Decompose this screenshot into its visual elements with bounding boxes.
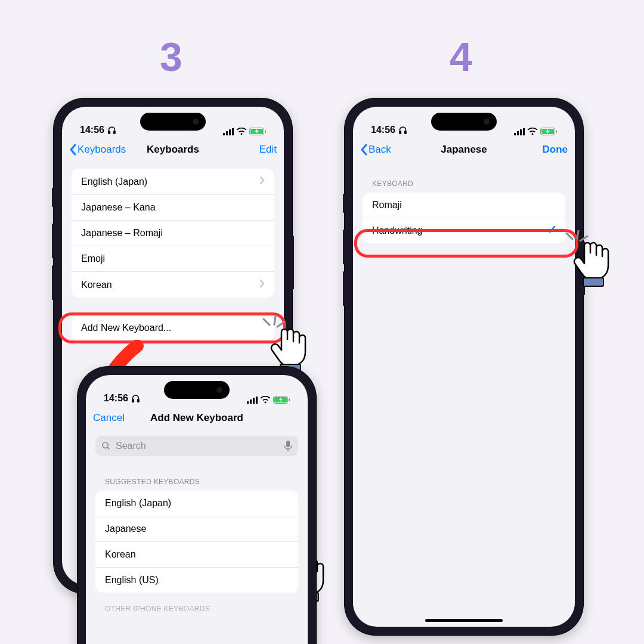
status-time: 14:56: [371, 125, 395, 135]
dynamic-island: [140, 113, 206, 131]
svg-rect-27: [523, 128, 525, 135]
svg-rect-3: [226, 131, 228, 135]
nav-title: Keyboards: [147, 144, 199, 156]
wifi-icon: [260, 396, 271, 404]
battery-charging-icon: [249, 128, 266, 135]
step-number-4: 4: [450, 33, 472, 80]
section-header-keyboard: KEYBOARD: [353, 163, 575, 193]
suggested-keyboards-list: English (Japan)JapaneseKoreanEnglish (US…: [95, 491, 298, 593]
keyboard-row[interactable]: Japanese – Kana: [72, 195, 274, 221]
chevron-right-icon: [259, 176, 265, 187]
svg-rect-9: [132, 399, 134, 401]
row-label: Korean: [81, 280, 112, 290]
variant-row[interactable]: Romaji: [363, 193, 565, 218]
svg-rect-42: [583, 278, 603, 286]
svg-line-19: [107, 447, 109, 449]
edit-button[interactable]: Edit: [259, 144, 277, 156]
home-indicator[interactable]: [425, 619, 503, 622]
svg-line-39: [580, 236, 587, 241]
svg-line-38: [577, 230, 578, 239]
row-label: Korean: [105, 549, 136, 560]
back-button[interactable]: Back: [360, 144, 391, 156]
suggested-row[interactable]: Japanese: [95, 516, 298, 542]
svg-rect-26: [520, 129, 522, 135]
svg-rect-13: [253, 398, 255, 404]
done-button[interactable]: Done: [543, 144, 568, 156]
svg-line-37: [566, 233, 572, 239]
click-spark-icon: [561, 230, 590, 254]
svg-rect-14: [256, 397, 258, 404]
keyboard-row[interactable]: Korean: [72, 272, 274, 298]
battery-charging-icon: [273, 396, 290, 404]
back-button[interactable]: Keyboards: [69, 144, 126, 156]
keyboard-row[interactable]: Japanese – Romaji: [72, 221, 274, 246]
svg-rect-25: [517, 131, 519, 135]
mic-icon[interactable]: [284, 441, 292, 451]
keyboard-list: English (Japan)Japanese – KanaJapanese –…: [72, 169, 274, 298]
svg-rect-20: [286, 441, 290, 447]
row-label: English (US): [105, 575, 159, 586]
dynamic-island: [431, 113, 497, 131]
row-label: English (Japan): [105, 498, 171, 509]
step-number-3: 3: [160, 33, 182, 80]
row-label: Japanese – Romaji: [81, 228, 163, 239]
cellular-icon: [514, 128, 525, 135]
wifi-icon: [527, 128, 538, 135]
phone-step-4: 14:56 Back Japanese Done KEYBOARD Romaji…: [345, 98, 583, 635]
svg-rect-30: [556, 130, 557, 133]
headphones-icon: [131, 394, 140, 403]
cancel-button[interactable]: Cancel: [93, 412, 125, 424]
svg-rect-11: [247, 401, 249, 404]
suggested-row[interactable]: Korean: [95, 542, 298, 568]
svg-line-31: [264, 319, 270, 325]
click-spark-icon: [258, 316, 287, 340]
svg-line-32: [274, 316, 275, 324]
svg-rect-4: [229, 129, 231, 135]
chevron-right-icon: [259, 279, 265, 290]
search-icon: [101, 441, 111, 451]
chevron-left-icon: [69, 144, 76, 156]
add-keyboard-list: Add New Keyboard...: [72, 315, 274, 340]
section-header-other: OTHER IPHONE KEYBOARDS: [86, 593, 308, 618]
suggested-row[interactable]: English (US): [95, 568, 298, 593]
svg-rect-8: [265, 130, 266, 133]
keyboard-row[interactable]: English (Japan): [72, 169, 274, 195]
svg-rect-12: [250, 400, 252, 404]
battery-charging-icon: [540, 128, 557, 135]
headphones-icon: [107, 126, 116, 135]
add-new-keyboard-button[interactable]: Add New Keyboard...: [72, 315, 274, 340]
svg-rect-17: [289, 398, 290, 401]
svg-rect-1: [114, 131, 116, 133]
row-label: Emoji: [81, 253, 105, 264]
nav-bar: Cancel Add New Keyboard: [86, 405, 308, 431]
phone-step-3b: 14:56 Cancel Add New Keyboard Search SUG…: [78, 367, 316, 644]
keyboard-row[interactable]: Emoji: [72, 246, 274, 272]
nav-title: Add New Keyboard: [150, 412, 243, 424]
row-label: Handwriting: [372, 225, 422, 236]
row-label: Romaji: [372, 200, 402, 210]
search-placeholder: Search: [116, 441, 279, 451]
row-label: English (Japan): [81, 177, 147, 187]
variant-row[interactable]: Handwriting: [363, 218, 565, 243]
svg-rect-5: [232, 128, 234, 135]
svg-rect-2: [223, 133, 225, 135]
search-input[interactable]: Search: [95, 436, 298, 456]
nav-title: Japanese: [441, 144, 487, 156]
cellular-icon: [223, 128, 234, 135]
checkmark-icon: [546, 225, 556, 236]
back-label: Back: [369, 144, 391, 156]
nav-bar: Keyboards Keyboards Edit: [62, 137, 284, 163]
suggested-row[interactable]: English (Japan): [95, 491, 298, 516]
wifi-icon: [236, 128, 247, 135]
nav-bar: Back Japanese Done: [353, 137, 575, 163]
status-time: 14:56: [80, 125, 104, 135]
row-label: Japanese: [105, 524, 146, 534]
chevron-left-icon: [360, 144, 367, 156]
svg-line-33: [277, 322, 284, 327]
svg-rect-0: [109, 131, 110, 133]
add-label: Add New Keyboard...: [81, 323, 171, 333]
status-time: 14:56: [104, 393, 128, 404]
row-label: Japanese – Kana: [81, 202, 156, 213]
svg-rect-22: [400, 131, 401, 133]
cellular-icon: [247, 397, 258, 404]
